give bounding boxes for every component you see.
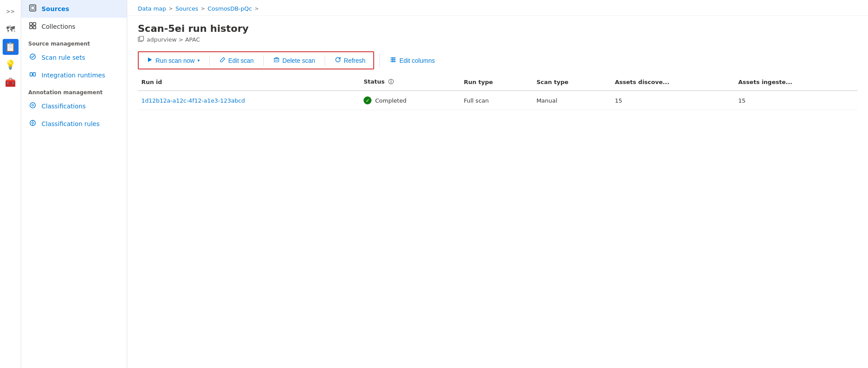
edit-columns-button[interactable]: Edit columns: [385, 54, 439, 67]
refresh-icon: [335, 57, 341, 64]
breadcrumb: Data map > Sources > CosmosDB-pQc >: [127, 0, 868, 16]
sidebar-item-collections-label: Collections: [42, 23, 76, 30]
management-nav-icon[interactable]: 🧰: [3, 74, 19, 90]
edit-scan-button[interactable]: Edit scan: [215, 54, 258, 67]
page-header: Scan-5ei run history adpurview > APAC: [127, 16, 868, 47]
sidebar-item-classifications[interactable]: Classifications: [21, 97, 127, 115]
sidebar: Sources Collections Source management Sc…: [21, 0, 127, 368]
run-scan-play-icon: [147, 57, 153, 64]
page-subtitle-text: adpurview > APAC: [147, 36, 200, 43]
toolbar-divider-3: [325, 55, 325, 66]
toolbar-action-group: Run scan now ▾ Edit scan: [138, 51, 374, 69]
subtitle-copy-icon: [138, 36, 144, 43]
svg-marker-17: [148, 58, 152, 62]
assets-discovered-cell: 15: [611, 91, 735, 110]
svg-rect-7: [30, 73, 32, 76]
integration-runtimes-label: Integration runtimes: [42, 72, 105, 79]
svg-point-10: [32, 104, 34, 106]
edit-scan-icon: [220, 57, 226, 64]
svg-rect-4: [30, 26, 32, 29]
insights-nav-icon[interactable]: 💡: [3, 57, 19, 73]
run-id-link[interactable]: 1d12b12a-a12c-4f12-a1e3-123abcd: [141, 97, 245, 104]
table-row: 1d12b12a-a12c-4f12-a1e3-123abcd ✓ Comple…: [138, 91, 857, 110]
breadcrumb-sep-2: >: [201, 6, 205, 12]
breadcrumb-cosmosdb[interactable]: CosmosDB-pQc: [208, 5, 252, 12]
page-subtitle: adpurview > APAC: [138, 36, 857, 43]
data-catalog-nav-icon[interactable]: 📋: [3, 39, 19, 55]
svg-rect-8: [33, 73, 35, 76]
scan-rule-sets-label: Scan rule sets: [42, 54, 85, 61]
svg-rect-2: [30, 23, 32, 25]
main-content: Data map > Sources > CosmosDB-pQc > Scan…: [127, 0, 868, 368]
delete-scan-button[interactable]: Delete scan: [269, 54, 319, 67]
svg-point-12: [32, 122, 34, 124]
svg-rect-5: [33, 26, 36, 29]
col-header-scan-type: Scan type: [533, 74, 611, 91]
svg-rect-0: [30, 5, 36, 11]
delete-scan-icon: [273, 57, 280, 64]
sidebar-item-sources-label: Sources: [42, 5, 69, 12]
status-label: Completed: [375, 97, 406, 104]
icon-rail: >> 🗺 📋 💡 🧰: [0, 0, 21, 368]
col-header-run-type: Run type: [460, 74, 533, 91]
run-scan-chevron-icon: ▾: [197, 58, 200, 63]
svg-point-9: [30, 103, 35, 108]
status-info-icon[interactable]: ⓘ: [388, 79, 394, 85]
sidebar-item-classification-rules[interactable]: Classification rules: [21, 115, 127, 133]
status-completed-icon: ✓: [364, 96, 371, 104]
refresh-button[interactable]: Refresh: [330, 54, 370, 67]
collections-icon: [28, 22, 37, 31]
toolbar: Run scan now ▾ Edit scan: [127, 47, 868, 74]
toolbar-separator: [379, 54, 380, 68]
sidebar-item-collections[interactable]: Collections: [21, 18, 127, 35]
classifications-label: Classifications: [42, 103, 86, 110]
toolbar-divider-1: [209, 55, 210, 66]
collapse-icon[interactable]: >>: [3, 4, 19, 19]
assets-ingested-cell: 15: [735, 91, 857, 110]
run-id-cell: 1d12b12a-a12c-4f12-a1e3-123abcd: [138, 91, 360, 110]
edit-columns-label: Edit columns: [399, 57, 435, 64]
svg-rect-18: [274, 58, 279, 62]
edit-columns-icon: [390, 56, 397, 65]
col-header-run-id: Run id: [138, 74, 360, 91]
col-header-status: Status ⓘ: [360, 74, 460, 91]
scan-rule-sets-icon: [28, 53, 37, 62]
delete-scan-label: Delete scan: [282, 57, 315, 64]
run-scan-now-label: Run scan now: [155, 57, 195, 64]
integration-runtimes-icon: [28, 71, 37, 80]
sidebar-item-scan-rule-sets[interactable]: Scan rule sets: [21, 49, 127, 66]
breadcrumb-data-map[interactable]: Data map: [138, 5, 166, 12]
annotation-management-header: Annotation management: [21, 84, 127, 97]
edit-scan-label: Edit scan: [228, 57, 254, 64]
classifications-icon: [28, 102, 37, 111]
breadcrumb-sep-1: >: [169, 6, 173, 12]
sidebar-item-sources[interactable]: Sources: [21, 0, 127, 18]
classification-rules-label: Classification rules: [42, 120, 100, 127]
status-cell: ✓ Completed: [360, 91, 460, 110]
sources-icon: [28, 4, 37, 13]
table-container: Run id Status ⓘ Run type Scan type Asset…: [127, 74, 868, 368]
scan-type-cell: Manual: [533, 91, 611, 110]
svg-rect-1: [31, 6, 34, 10]
classification-rules-icon: [28, 119, 37, 128]
svg-rect-3: [33, 23, 36, 25]
toolbar-divider-2: [263, 55, 264, 66]
data-map-nav-icon[interactable]: 🗺: [3, 21, 19, 37]
sidebar-item-integration-runtimes[interactable]: Integration runtimes: [21, 66, 127, 84]
svg-rect-16: [140, 36, 144, 41]
run-scan-now-button[interactable]: Run scan now ▾: [142, 54, 204, 67]
refresh-label: Refresh: [344, 57, 365, 64]
col-header-assets-discovered: Assets discove...: [611, 74, 735, 91]
breadcrumb-sources[interactable]: Sources: [175, 5, 198, 12]
table-header-row: Run id Status ⓘ Run type Scan type Asset…: [138, 74, 857, 91]
source-management-header: Source management: [21, 35, 127, 49]
col-header-assets-ingested: Assets ingeste...: [735, 74, 857, 91]
run-history-table: Run id Status ⓘ Run type Scan type Asset…: [138, 74, 857, 110]
page-title: Scan-5ei run history: [138, 23, 857, 34]
run-type-cell: Full scan: [460, 91, 533, 110]
breadcrumb-sep-3: >: [254, 6, 258, 12]
